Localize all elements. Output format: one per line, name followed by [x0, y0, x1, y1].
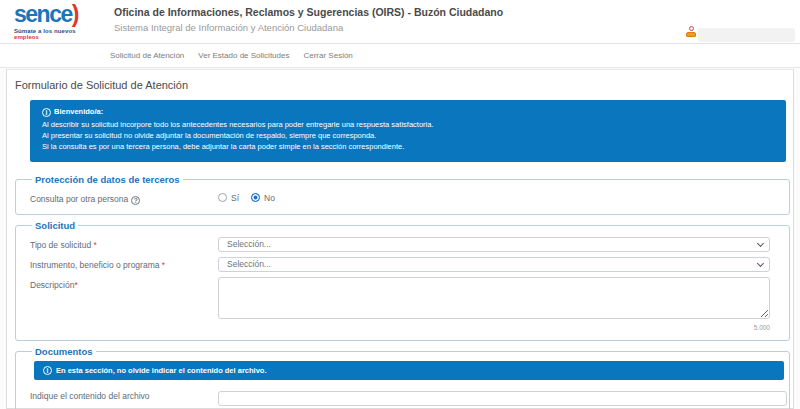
welcome-heading: Bienvenido/a:	[54, 107, 103, 118]
radio-no-circle[interactable]	[251, 193, 260, 202]
descripcion-textarea[interactable]	[218, 277, 770, 319]
sence-logo-text: sence)	[14, 3, 100, 26]
radio-si-label: Sí	[231, 193, 239, 203]
section-proteccion-datos-legend: Protección de datos de terceros	[32, 174, 183, 185]
contenido-archivo-control	[218, 388, 787, 407]
documentos-info-bar: i En esta sección, no olvide indicar el …	[34, 361, 784, 380]
sence-logo[interactable]: sence) Súmate a los nuevos empleos	[14, 3, 100, 40]
section-proteccion-datos: Protección de datos de terceros Consulta…	[15, 174, 790, 215]
instrumento-select[interactable]: Selección...	[218, 257, 770, 272]
user-icon-body	[686, 32, 696, 37]
tipo-solicitud-row: Tipo de solicitud * Selección...	[30, 237, 789, 252]
sence-logo-tagline: Súmate a los nuevos empleos	[14, 28, 100, 40]
content-card: Formulario de Solicitud de Atención i Bi…	[6, 69, 794, 409]
radio-si-circle[interactable]	[218, 193, 227, 202]
descripcion-control: 5.000	[218, 277, 770, 331]
user-menu-area[interactable]	[698, 28, 795, 42]
section-documentos-legend: Documentos	[32, 346, 96, 357]
instrumento-label: Instrumento, beneficio o programa *	[30, 257, 218, 270]
consulta-otra-persona-row: Consulta por otra persona? Sí No	[30, 191, 789, 205]
tipo-solicitud-label: Tipo de solicitud *	[30, 237, 218, 250]
header-subtitle: Sistema Integral de Información y Atenci…	[114, 22, 503, 33]
contenido-archivo-row: Indique el contenido del archivo	[30, 388, 789, 407]
char-limit-counter: 5.000	[218, 324, 770, 331]
nav-cerrar-sesion[interactable]: Cerrar Sesión	[303, 51, 352, 60]
help-icon[interactable]: ?	[131, 196, 140, 205]
contenido-archivo-label: Indique el contenido del archivo	[30, 388, 218, 401]
header-titles: Oficina de Informaciones, Reclamos y Sug…	[114, 6, 503, 37]
welcome-heading-row: i Bienvenido/a:	[42, 107, 774, 118]
tipo-solicitud-select[interactable]: Selección...	[218, 237, 770, 252]
main-nav: Solicitud de Atención Ver Estado de Soli…	[0, 44, 800, 68]
contenido-archivo-input[interactable]	[218, 391, 787, 406]
header-title: Oficina de Informaciones, Reclamos y Sug…	[114, 6, 503, 18]
instrumento-control: Selección...	[218, 257, 770, 272]
nav-solicitud-de-atencion[interactable]: Solicitud de Atención	[110, 51, 184, 60]
radio-option-no[interactable]: No	[251, 193, 275, 203]
section-solicitud-legend: Solicitud	[32, 220, 78, 231]
welcome-line: Al presentar su solicitud no olvide adju…	[42, 131, 774, 142]
nav-ver-estado-solicitudes[interactable]: Ver Estado de Solicitudes	[198, 51, 289, 60]
info-icon: i	[43, 366, 52, 375]
radio-option-si[interactable]: Sí	[218, 193, 239, 203]
descripcion-label: Descripción*	[30, 277, 218, 290]
radio-no-label: No	[264, 193, 275, 203]
welcome-line: Al describir su solicitud incorpore todo…	[42, 120, 774, 131]
tipo-solicitud-control: Selección...	[218, 237, 770, 252]
section-solicitud: Solicitud Tipo de solicitud * Selección.…	[15, 220, 790, 341]
descripcion-row: Descripción* 5.000	[30, 277, 789, 331]
instrumento-row: Instrumento, beneficio o programa * Sele…	[30, 257, 789, 272]
documentos-info-text: En esta sección, no olvide indicar el co…	[56, 366, 266, 375]
section-documentos: Documentos i En esta sección, no olvide …	[15, 346, 790, 409]
user-icon[interactable]	[686, 26, 696, 39]
page-title: Formulario de Solicitud de Atención	[15, 79, 793, 91]
info-icon: i	[42, 108, 51, 117]
header: sence) Súmate a los nuevos empleos Ofici…	[0, 0, 800, 44]
welcome-line: Si la consulta es por una tercera person…	[42, 142, 774, 153]
user-icon-head	[689, 26, 694, 31]
consulta-radio-group: Sí No	[218, 191, 275, 203]
welcome-notice: i Bienvenido/a: Al describir su solicitu…	[30, 100, 786, 162]
consulta-otra-persona-label: Consulta por otra persona?	[30, 191, 218, 205]
